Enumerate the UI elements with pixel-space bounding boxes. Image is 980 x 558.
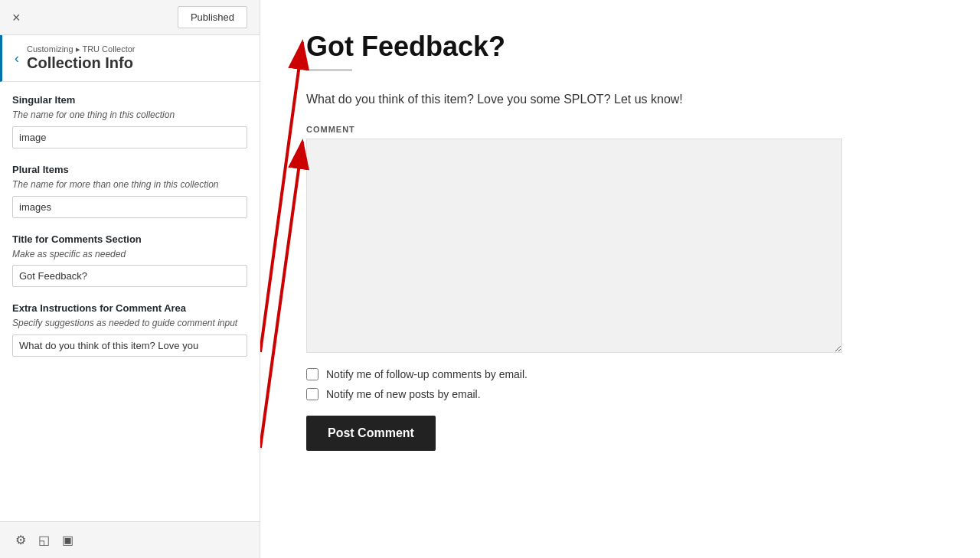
back-button[interactable]: ‹ — [15, 51, 19, 67]
preview-divider — [306, 69, 352, 71]
breadcrumb-area: ‹ Customizing ▸ TRU Collector Collection… — [0, 35, 260, 82]
extra-instructions-group: Extra Instructions for Comment Area Spec… — [12, 302, 247, 357]
breadcrumb-text: Customizing ▸ TRU Collector Collection I… — [27, 44, 136, 72]
title-comments-label: Title for Comments Section — [12, 233, 247, 245]
plural-items-label: Plural Items — [12, 164, 247, 175]
settings-icon-button[interactable]: ⚙ — [12, 530, 29, 550]
preview-title: Got Feedback? — [306, 31, 934, 63]
post-comment-button[interactable]: Post Comment — [306, 416, 436, 451]
breadcrumb-top: Customizing ▸ TRU Collector — [27, 44, 136, 54]
comment-label: COMMENT — [306, 125, 934, 134]
extra-instructions-description: Specify suggestions as needed to guide c… — [12, 317, 247, 330]
close-button[interactable]: × — [12, 11, 21, 24]
published-button[interactable]: Published — [178, 6, 247, 28]
sidebar-content: Singular Item The name for one thing in … — [0, 82, 260, 521]
checkbox-group: Notify me of follow-up comments by email… — [306, 368, 934, 400]
svg-line-2 — [260, 42, 302, 352]
sidebar: × Published ‹ Customizing ▸ TRU Collecto… — [0, 0, 260, 558]
breadcrumb-title: Collection Info — [27, 54, 136, 72]
plural-items-description: The name for more than one thing in this… — [12, 178, 247, 191]
checkbox-newposts-label: Notify me of new posts by email. — [326, 388, 481, 400]
singular-item-description: The name for one thing in this collectio… — [12, 109, 247, 122]
preview-instructions: What do you think of this item? Love you… — [306, 90, 934, 109]
sidebar-footer: ⚙ ◱ ▣ — [0, 521, 260, 558]
title-comments-description: Make as specific as needed — [12, 248, 247, 261]
title-comments-group: Title for Comments Section Make as speci… — [12, 233, 247, 288]
checkbox-followup-label: Notify me of follow-up comments by email… — [326, 368, 528, 380]
grid-icon-button[interactable]: ▣ — [59, 530, 77, 550]
extra-instructions-label: Extra Instructions for Comment Area — [12, 302, 247, 314]
preview-area: Got Feedback? What do you think of this … — [260, 0, 980, 558]
comment-textarea[interactable] — [306, 139, 842, 353]
singular-item-group: Singular Item The name for one thing in … — [12, 94, 247, 148]
sidebar-header: × Published — [0, 0, 260, 35]
checkbox-newposts-item[interactable]: Notify me of new posts by email. — [306, 388, 934, 400]
checkbox-newposts[interactable] — [306, 388, 318, 400]
checkbox-followup-item[interactable]: Notify me of follow-up comments by email… — [306, 368, 934, 380]
extra-instructions-input[interactable] — [12, 334, 247, 357]
singular-item-label: Singular Item — [12, 94, 247, 106]
title-comments-input[interactable] — [12, 265, 247, 287]
layout-icon-button[interactable]: ◱ — [35, 530, 53, 550]
plural-items-input[interactable] — [12, 196, 247, 218]
singular-item-input[interactable] — [12, 126, 247, 148]
checkbox-followup[interactable] — [306, 368, 318, 380]
plural-items-group: Plural Items The name for more than one … — [12, 164, 247, 218]
svg-line-3 — [260, 142, 302, 448]
